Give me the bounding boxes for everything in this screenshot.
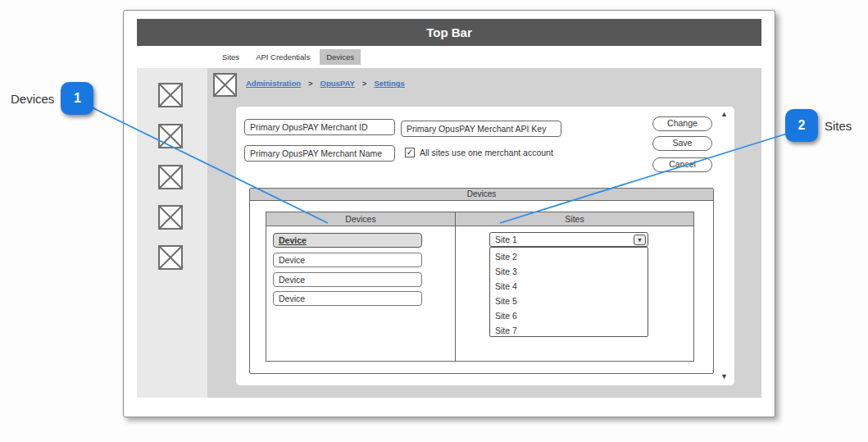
table-header-row: Devices Sites — [266, 212, 693, 226]
callout-badge-2: 2 — [785, 109, 818, 142]
top-bar-title: Top Bar — [426, 25, 472, 39]
breadcrumb: Administration > OpusPAY > Settings — [246, 79, 405, 88]
sidebar — [137, 68, 207, 398]
cancel-button[interactable]: Cancel — [652, 157, 712, 172]
breadcrumb-link-settings[interactable]: Settings — [374, 79, 404, 88]
devices-column-header: Devices — [266, 212, 455, 226]
device-list-item[interactable]: Device — [273, 272, 422, 287]
devices-group-title: Devices — [250, 189, 713, 201]
merchant-id-input[interactable]: Primary OpusPAY Merchant ID — [244, 119, 395, 135]
tab-sites[interactable]: Sites — [216, 49, 246, 65]
tab-strip: Sites API Credentials Devices — [137, 46, 761, 68]
scroll-up-icon[interactable]: ▲ — [720, 110, 728, 118]
scroll-down-icon[interactable]: ▼ — [720, 372, 728, 380]
image-placeholder-icon — [158, 83, 183, 107]
tab-api-credentials[interactable]: API Credentials — [249, 49, 316, 65]
image-placeholder-icon — [158, 124, 183, 148]
devices-sites-table: Devices Sites Device Device Device Devic… — [266, 212, 694, 362]
site-option[interactable]: Site 6 — [490, 308, 648, 323]
callout-sites: 2 Sites — [785, 109, 852, 142]
site-option[interactable]: Site 4 — [490, 279, 648, 294]
site-dropdown-value: Site 1 — [495, 235, 517, 244]
save-button[interactable]: Save — [652, 136, 712, 151]
checkbox-icon[interactable]: ✓ — [405, 148, 415, 157]
top-bar: Top Bar — [137, 19, 761, 46]
app-window: Top Bar Sites API Credentials Devices Ad… — [123, 10, 775, 417]
breadcrumb-link-opuspay[interactable]: OpusPAY — [320, 79, 355, 88]
sites-column-header: Sites — [455, 212, 693, 226]
devices-group: Devices Devices Sites Device Device Devi… — [249, 188, 714, 374]
column-divider — [455, 226, 456, 361]
page: Devices 1 2 Sites Top Bar Sites API Cred… — [0, 0, 868, 442]
callout-badge-1: 1 — [61, 82, 93, 115]
one-merchant-account-checkbox-row: ✓ All sites use one merchant account — [405, 148, 553, 157]
dropdown-arrow-icon[interactable]: ▼ — [634, 235, 646, 245]
device-list-item[interactable]: Device — [273, 291, 422, 306]
site-option[interactable]: Site 7 — [490, 323, 648, 337]
image-placeholder-icon — [158, 245, 183, 270]
merchant-name-input[interactable]: Primary OpusPAY Merchant Name — [244, 145, 395, 162]
settings-panel: Primary OpusPAY Merchant ID Primary Opus… — [235, 106, 735, 386]
device-list-item[interactable]: Device — [273, 253, 422, 267]
breadcrumb-separator: > — [308, 79, 313, 88]
site-options-list: Site 2 Site 3 Site 4 Site 5 Site 6 Site … — [489, 247, 648, 337]
image-placeholder-icon — [213, 73, 237, 97]
breadcrumb-separator: > — [362, 79, 367, 88]
merchant-api-key-input[interactable]: Primary OpusPAY Merchant API Key — [401, 121, 561, 137]
device-list-item[interactable]: Device — [273, 233, 422, 248]
change-button[interactable]: Change — [652, 116, 712, 131]
image-placeholder-icon — [158, 165, 183, 189]
breadcrumb-link-administration[interactable]: Administration — [246, 79, 301, 88]
site-dropdown[interactable]: Site 1 ▼ — [489, 232, 648, 247]
site-option[interactable]: Site 3 — [490, 264, 648, 279]
content-area: Administration > OpusPAY > Settings Prim… — [137, 68, 761, 398]
checkbox-label: All sites use one merchant account — [420, 148, 553, 157]
callout-devices-label: Devices — [11, 92, 54, 106]
callout-sites-label: Sites — [825, 119, 852, 133]
tab-devices[interactable]: Devices — [320, 49, 361, 65]
callout-devices: Devices 1 — [11, 82, 93, 115]
site-option[interactable]: Site 2 — [490, 249, 648, 264]
site-option[interactable]: Site 5 — [490, 294, 648, 308]
image-placeholder-icon — [158, 205, 183, 230]
